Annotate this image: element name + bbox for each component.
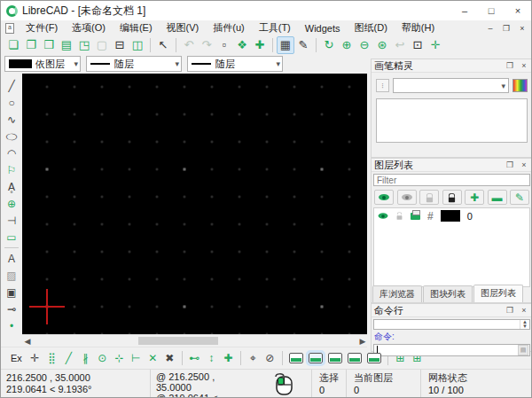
dock-area-bottom-button[interactable] [348, 353, 362, 363]
dock-close-icon[interactable]: × [519, 306, 529, 315]
spin-down-icon[interactable]: ▼ [522, 324, 528, 329]
menu-view[interactable]: 视图(V) [160, 20, 207, 36]
draft-mode-button[interactable]: ✎ [294, 36, 312, 54]
layer-visible-icon[interactable] [379, 213, 388, 218]
select-pointer-button[interactable]: ↖ [154, 36, 172, 54]
drawing-canvas[interactable] [22, 74, 368, 334]
arc-tool-button[interactable]: ◠ [3, 144, 20, 161]
horizontal-dimension-tool-button[interactable]: ⊣ [3, 212, 20, 229]
polyline-tool-button[interactable]: ⚐ [3, 161, 20, 178]
command-input[interactable]: ▤ [373, 344, 530, 356]
dock-area-left-button[interactable] [289, 353, 303, 363]
dock-float-icon[interactable]: ❐ [505, 306, 515, 315]
menu-file[interactable]: 文件(F) [19, 20, 65, 36]
mdi-close-button[interactable]: × [515, 22, 529, 34]
dock-area-top-button[interactable] [328, 353, 342, 363]
select-window-button[interactable]: ▫ [215, 36, 233, 54]
command-history-box[interactable]: ▲ ▼ [373, 319, 530, 330]
horizontal-scroll-thumb[interactable] [138, 337, 218, 345]
color-picker-button[interactable] [512, 79, 528, 92]
tab-layer-list[interactable]: 图层列表 [473, 285, 523, 302]
pen-wizard-menu-button[interactable]: ⁝ [376, 79, 389, 92]
line-tool-button[interactable]: ╱ [3, 77, 20, 94]
menu-options[interactable]: 选项(O) [65, 20, 113, 36]
zoom-previous-button[interactable]: ↩ [391, 36, 409, 54]
snap-intersection-manual-button[interactable]: ✖ [161, 350, 178, 367]
tab-block-list[interactable]: 图块列表 [423, 285, 473, 302]
snap-middle-button[interactable]: ⊹ [111, 350, 128, 367]
grid-toggle-button[interactable]: ▦ [277, 36, 294, 54]
save-as-button[interactable]: ◳ [75, 36, 93, 54]
spline-tool-button[interactable]: ∿ [3, 111, 20, 128]
restrict-horizontal-button[interactable]: ⊷ [186, 350, 203, 367]
zoom-in-button[interactable]: ⊕ [338, 36, 356, 54]
menu-widgets[interactable]: Widgets [298, 21, 348, 35]
linewidth-combobox[interactable]: 随层 ▾ [187, 56, 283, 72]
hide-all-layers-button[interactable] [397, 190, 417, 205]
pen-wizard-combobox[interactable]: ▾ [393, 78, 509, 93]
dock-area-right-button[interactable] [309, 353, 323, 363]
modify-layer-button[interactable]: ✎ [510, 190, 529, 205]
unlock-all-layers-button[interactable] [419, 190, 439, 205]
ellipse-tool-button[interactable]: ◯ [3, 128, 20, 144]
snap-distance-button[interactable]: ⊢ [128, 350, 145, 367]
lock-relative-zero-button[interactable]: ⊘ [262, 350, 278, 367]
mdi-restore-button[interactable]: ❐ [499, 22, 513, 34]
set-relative-zero-button[interactable]: ⌖ [245, 350, 262, 367]
zoom-auto-button[interactable]: ⊛ [373, 36, 391, 54]
dock-area-floating-button[interactable] [367, 353, 381, 363]
menu-drawing[interactable]: 图纸(D) [348, 20, 395, 36]
new-file-button[interactable]: ❏ [4, 36, 22, 54]
menu-plugins[interactable]: 插件(u) [206, 20, 251, 36]
dock-float-icon[interactable]: ❐ [505, 61, 515, 70]
zoom-out-button[interactable]: ⊖ [356, 36, 373, 54]
point-tool-button[interactable]: • [3, 317, 20, 334]
hatch-tool-button[interactable]: ▨ [3, 267, 20, 284]
block-add-button[interactable]: ✚ [251, 36, 269, 54]
command-options-button[interactable]: ▤ [518, 345, 528, 355]
minimize-button[interactable]: – [451, 1, 478, 20]
menu-tools[interactable]: 工具(T) [252, 20, 298, 36]
horizontal-scrollbar[interactable]: ◀ ▶ [22, 334, 368, 347]
zoom-redraw-button[interactable]: ↻ [320, 36, 338, 54]
menu-help[interactable]: 帮助(H) [395, 20, 442, 36]
snap-center-button[interactable]: ⊙ [94, 350, 111, 367]
redo-button[interactable]: ↷ [198, 36, 215, 54]
block-button[interactable]: ❖ [233, 36, 251, 54]
dimension-tool-button[interactable]: Ḁ [3, 178, 20, 195]
layer-row[interactable]: # 0 [374, 208, 529, 223]
print-preview-button[interactable]: ◫ [129, 36, 146, 54]
remove-layer-button[interactable]: ▬ [488, 190, 507, 205]
snap-on-entity-button[interactable]: ∦ [77, 350, 94, 367]
layer-lock-icon[interactable] [397, 215, 403, 220]
mdi-minimize-button[interactable]: – [483, 22, 497, 34]
dock-close-icon[interactable]: × [519, 61, 529, 70]
snap-endpoint-button[interactable]: ╱ [60, 350, 77, 367]
new-from-template-button[interactable]: ❐ [22, 36, 40, 54]
scroll-left-icon[interactable]: ◀ [22, 337, 33, 346]
maximize-button[interactable]: □ [478, 1, 505, 20]
circle-tool-button[interactable]: ○ [3, 94, 20, 111]
dock-close-icon[interactable]: × [519, 160, 529, 169]
measure-tool-button[interactable]: ▭ [3, 229, 20, 246]
exclusive-snap-button[interactable]: Ex [6, 351, 27, 365]
text-tool-button[interactable]: A [3, 250, 20, 267]
save-button[interactable]: ▤ [58, 36, 75, 54]
image-tool-button[interactable]: ▣ [3, 284, 20, 300]
node-tool-button[interactable]: ⊸ [3, 300, 20, 317]
print-button[interactable]: ⊟ [111, 36, 129, 54]
restrict-vertical-button[interactable]: ↕ [203, 350, 220, 367]
add-layer-button[interactable]: ✚ [465, 190, 484, 205]
save-all-button[interactable]: ▢ [93, 36, 111, 54]
linetype-combobox[interactable]: 随层 ▾ [86, 56, 182, 72]
color-combobox[interactable]: 依图层 ▾ [4, 56, 81, 72]
snap-intersection-button[interactable]: ✕ [145, 350, 161, 367]
layer-filter-input[interactable] [373, 174, 530, 186]
restrict-nothing-button[interactable]: ✚ [220, 350, 237, 367]
close-button[interactable]: × [505, 1, 531, 20]
center-point-tool-button[interactable]: ⊕ [3, 195, 20, 212]
show-all-layers-button[interactable] [374, 190, 394, 205]
layer-construction-icon[interactable]: # [427, 210, 434, 222]
open-file-button[interactable]: ❒ [40, 36, 58, 54]
pen-wizard-list[interactable] [376, 98, 528, 143]
